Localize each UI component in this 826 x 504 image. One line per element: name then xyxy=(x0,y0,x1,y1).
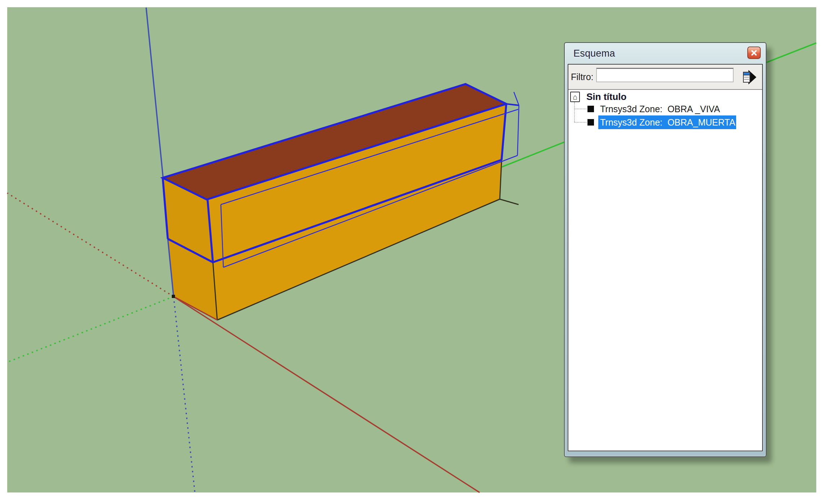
panel-content: Filtro: ⌂ Sin títu xyxy=(568,64,763,451)
house-glyph: ⌂ xyxy=(573,93,577,101)
tree-item-label: Trnsys3d Zone: OBRA _VIVA xyxy=(598,102,722,116)
tree-item-obra-muerta-selected[interactable]: Trnsys3d Zone: OBRA_MUERTA xyxy=(598,115,736,129)
tree-root-label: Sin título xyxy=(586,91,626,102)
close-icon xyxy=(751,50,757,56)
outliner-tree: ⌂ Sin título Trnsys3d Zone: OBRA _VIVA T… xyxy=(568,90,762,451)
tree-connector-stub xyxy=(574,109,586,109)
filter-input[interactable] xyxy=(596,68,734,82)
details-arrow-icon xyxy=(741,69,758,86)
zone-bullet-icon xyxy=(587,119,594,126)
sketchup-viewport: Esquema Filtro: xyxy=(0,0,826,504)
filter-row: Filtro: xyxy=(568,65,762,90)
tree-item-obra-viva[interactable]: Trnsys3d Zone: OBRA _VIVA xyxy=(598,102,722,116)
zone-bullet-icon xyxy=(587,106,594,112)
tree-connector-line xyxy=(574,102,575,122)
filter-details-button[interactable] xyxy=(741,69,758,86)
origin-point xyxy=(172,295,175,298)
filter-label: Filtro: xyxy=(571,65,594,89)
tree-connector-stub xyxy=(574,122,586,123)
panel-title: Esquema xyxy=(573,43,615,64)
esquema-panel: Esquema Filtro: xyxy=(564,42,766,457)
tree-item-label: Trnsys3d Zone: OBRA_MUERTA xyxy=(598,115,736,129)
model-home-icon: ⌂ xyxy=(570,92,580,102)
close-button[interactable] xyxy=(747,47,761,59)
panel-titlebar[interactable]: Esquema xyxy=(565,43,766,64)
